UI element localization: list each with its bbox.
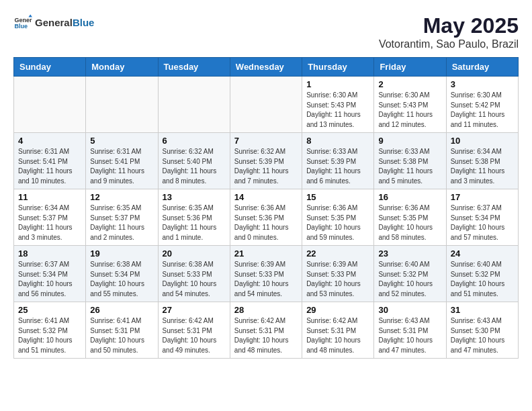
calendar-day-cell: 17Sunrise: 6:37 AMSunset: 5:34 PMDayligh…: [446, 189, 518, 246]
calendar-day-cell: [158, 77, 230, 133]
weekday-header-sunday: Sunday: [14, 58, 86, 77]
calendar-day-cell: 15Sunrise: 6:36 AMSunset: 5:35 PMDayligh…: [302, 189, 374, 246]
calendar-day-cell: [86, 77, 158, 133]
day-number: 31: [451, 305, 514, 315]
day-number: 13: [163, 192, 226, 202]
calendar-day-cell: 12Sunrise: 6:35 AMSunset: 5:37 PMDayligh…: [86, 189, 158, 246]
day-number: 28: [234, 305, 298, 315]
day-info: Sunrise: 6:39 AMSunset: 5:33 PMDaylight:…: [234, 260, 298, 299]
weekday-header-friday: Friday: [374, 58, 446, 77]
day-info: Sunrise: 6:43 AMSunset: 5:30 PMDaylight:…: [451, 316, 514, 355]
day-number: 21: [234, 248, 298, 259]
title-area: May 2025 Votorantim, Sao Paulo, Brazil: [379, 13, 519, 50]
svg-marker-2: [28, 14, 32, 17]
day-number: 26: [90, 305, 153, 315]
calendar-day-cell: 18Sunrise: 6:37 AMSunset: 5:34 PMDayligh…: [14, 246, 86, 302]
header: General Blue GeneralBlue May 2025 Votora…: [13, 13, 519, 50]
day-info: Sunrise: 6:41 AMSunset: 5:31 PMDaylight:…: [90, 316, 153, 355]
day-number: 29: [306, 305, 369, 315]
day-info: Sunrise: 6:37 AMSunset: 5:34 PMDaylight:…: [18, 260, 81, 299]
day-info: Sunrise: 6:35 AMSunset: 5:36 PMDaylight:…: [163, 203, 226, 242]
weekday-header-saturday: Saturday: [446, 58, 518, 77]
day-number: 8: [306, 136, 369, 146]
calendar-day-cell: 24Sunrise: 6:40 AMSunset: 5:32 PMDayligh…: [446, 246, 518, 302]
day-number: 10: [451, 136, 514, 146]
day-info: Sunrise: 6:42 AMSunset: 5:31 PMDaylight:…: [234, 316, 298, 355]
calendar-table: SundayMondayTuesdayWednesdayThursdayFrid…: [13, 57, 519, 359]
day-info: Sunrise: 6:36 AMSunset: 5:36 PMDaylight:…: [234, 203, 298, 242]
day-info: Sunrise: 6:30 AMSunset: 5:42 PMDaylight:…: [451, 91, 514, 130]
calendar-day-cell: 28Sunrise: 6:42 AMSunset: 5:31 PMDayligh…: [230, 302, 302, 359]
page-subtitle: Votorantim, Sao Paulo, Brazil: [379, 38, 519, 50]
calendar-day-cell: 16Sunrise: 6:36 AMSunset: 5:35 PMDayligh…: [374, 189, 446, 246]
day-number: 27: [163, 305, 226, 315]
calendar-day-cell: 29Sunrise: 6:42 AMSunset: 5:31 PMDayligh…: [302, 302, 374, 359]
calendar-day-cell: 8Sunrise: 6:33 AMSunset: 5:39 PMDaylight…: [302, 133, 374, 189]
calendar-week-row: 18Sunrise: 6:37 AMSunset: 5:34 PMDayligh…: [14, 246, 519, 302]
calendar-day-cell: 6Sunrise: 6:32 AMSunset: 5:40 PMDaylight…: [158, 133, 230, 189]
day-info: Sunrise: 6:30 AMSunset: 5:43 PMDaylight:…: [306, 91, 369, 130]
day-number: 23: [378, 248, 441, 259]
calendar-day-cell: 9Sunrise: 6:33 AMSunset: 5:38 PMDaylight…: [374, 133, 446, 189]
day-info: Sunrise: 6:30 AMSunset: 5:43 PMDaylight:…: [378, 91, 441, 130]
day-info: Sunrise: 6:31 AMSunset: 5:41 PMDaylight:…: [18, 147, 81, 186]
day-number: 18: [18, 248, 81, 259]
page-title: May 2025: [379, 13, 519, 38]
day-number: 11: [18, 192, 81, 202]
day-info: Sunrise: 6:39 AMSunset: 5:33 PMDaylight:…: [306, 260, 369, 299]
day-info: Sunrise: 6:40 AMSunset: 5:32 PMDaylight:…: [378, 260, 441, 299]
logo-general: General: [35, 17, 73, 28]
weekday-header-thursday: Thursday: [302, 58, 374, 77]
day-info: Sunrise: 6:35 AMSunset: 5:37 PMDaylight:…: [90, 203, 153, 242]
day-number: 9: [378, 136, 441, 146]
calendar-day-cell: 2Sunrise: 6:30 AMSunset: 5:43 PMDaylight…: [374, 77, 446, 133]
calendar-week-row: 11Sunrise: 6:34 AMSunset: 5:37 PMDayligh…: [14, 189, 519, 246]
day-number: 22: [306, 248, 369, 259]
day-info: Sunrise: 6:36 AMSunset: 5:35 PMDaylight:…: [306, 203, 369, 242]
day-info: Sunrise: 6:42 AMSunset: 5:31 PMDaylight:…: [306, 316, 369, 355]
calendar-week-row: 4Sunrise: 6:31 AMSunset: 5:41 PMDaylight…: [14, 133, 519, 189]
calendar-day-cell: 25Sunrise: 6:41 AMSunset: 5:32 PMDayligh…: [14, 302, 86, 359]
calendar-day-cell: 13Sunrise: 6:35 AMSunset: 5:36 PMDayligh…: [158, 189, 230, 246]
calendar-day-cell: 20Sunrise: 6:38 AMSunset: 5:33 PMDayligh…: [158, 246, 230, 302]
weekday-header-tuesday: Tuesday: [158, 58, 230, 77]
logo: General Blue GeneralBlue: [13, 13, 94, 32]
weekday-header-wednesday: Wednesday: [230, 58, 302, 77]
logo-blue: Blue: [73, 17, 95, 28]
day-info: Sunrise: 6:33 AMSunset: 5:39 PMDaylight:…: [306, 147, 369, 186]
calendar-day-cell: 23Sunrise: 6:40 AMSunset: 5:32 PMDayligh…: [374, 246, 446, 302]
day-number: 6: [163, 136, 226, 146]
day-number: 15: [306, 192, 369, 202]
day-number: 14: [234, 192, 298, 202]
day-number: 25: [18, 305, 81, 315]
day-number: 30: [378, 305, 441, 315]
day-number: 16: [378, 192, 441, 202]
day-number: 1: [306, 79, 369, 89]
day-info: Sunrise: 6:41 AMSunset: 5:32 PMDaylight:…: [18, 316, 81, 355]
weekday-header-row: SundayMondayTuesdayWednesdayThursdayFrid…: [14, 58, 519, 77]
calendar-day-cell: 31Sunrise: 6:43 AMSunset: 5:30 PMDayligh…: [446, 302, 518, 359]
day-info: Sunrise: 6:34 AMSunset: 5:38 PMDaylight:…: [451, 147, 514, 186]
day-info: Sunrise: 6:38 AMSunset: 5:33 PMDaylight:…: [163, 260, 226, 299]
calendar-day-cell: [230, 77, 302, 133]
calendar-day-cell: [14, 77, 86, 133]
day-info: Sunrise: 6:40 AMSunset: 5:32 PMDaylight:…: [451, 260, 514, 299]
day-number: 19: [90, 248, 153, 259]
day-info: Sunrise: 6:36 AMSunset: 5:35 PMDaylight:…: [378, 203, 441, 242]
day-info: Sunrise: 6:43 AMSunset: 5:31 PMDaylight:…: [378, 316, 441, 355]
calendar-day-cell: 14Sunrise: 6:36 AMSunset: 5:36 PMDayligh…: [230, 189, 302, 246]
day-info: Sunrise: 6:33 AMSunset: 5:38 PMDaylight:…: [378, 147, 441, 186]
calendar-day-cell: 10Sunrise: 6:34 AMSunset: 5:38 PMDayligh…: [446, 133, 518, 189]
svg-text:Blue: Blue: [14, 23, 28, 30]
day-info: Sunrise: 6:34 AMSunset: 5:37 PMDaylight:…: [18, 203, 81, 242]
day-number: 17: [451, 192, 514, 202]
day-number: 12: [90, 192, 153, 202]
weekday-header-monday: Monday: [86, 58, 158, 77]
day-info: Sunrise: 6:31 AMSunset: 5:41 PMDaylight:…: [90, 147, 153, 186]
calendar-week-row: 25Sunrise: 6:41 AMSunset: 5:32 PMDayligh…: [14, 302, 519, 359]
day-info: Sunrise: 6:38 AMSunset: 5:34 PMDaylight:…: [90, 260, 153, 299]
calendar-day-cell: 7Sunrise: 6:32 AMSunset: 5:39 PMDaylight…: [230, 133, 302, 189]
day-info: Sunrise: 6:32 AMSunset: 5:39 PMDaylight:…: [234, 147, 298, 186]
calendar-day-cell: 30Sunrise: 6:43 AMSunset: 5:31 PMDayligh…: [374, 302, 446, 359]
calendar-day-cell: 3Sunrise: 6:30 AMSunset: 5:42 PMDaylight…: [446, 77, 518, 133]
